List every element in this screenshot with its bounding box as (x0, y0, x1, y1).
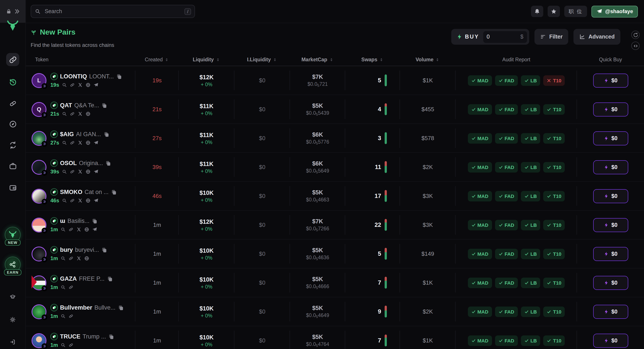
table-row[interactable]: $AIG AI GAN... 27s 27s $11K + 0% $0 $6K … (26, 124, 644, 153)
sort-icon[interactable] (379, 57, 384, 62)
search-icon[interactable] (61, 314, 66, 319)
copy-address-icon[interactable] (92, 218, 98, 224)
search-icon[interactable] (61, 256, 66, 261)
globe-icon[interactable] (86, 111, 91, 116)
globe-icon[interactable] (86, 82, 91, 88)
pill-icon[interactable] (70, 111, 75, 116)
app-logo-bull-icon[interactable] (0, 19, 26, 32)
quick-buy-button[interactable]: $0 (593, 276, 628, 290)
buy-amount-input[interactable]: 0 $ (483, 31, 527, 43)
column-header-liquidity[interactable]: Liquidity (179, 57, 234, 62)
pill-icon[interactable] (68, 285, 74, 290)
quick-buy-button[interactable]: $0 (593, 189, 628, 203)
globe-icon[interactable] (86, 140, 91, 145)
token-symbol[interactable]: $AIG (60, 131, 74, 137)
quick-buy-button[interactable]: $0 (593, 218, 628, 232)
pill-icon[interactable] (68, 343, 74, 348)
sidebar-item-pump[interactable] (0, 97, 26, 110)
copy-address-icon[interactable] (111, 189, 117, 195)
sort-icon[interactable] (164, 57, 169, 62)
buy-button[interactable]: BUY (457, 34, 479, 40)
sidebar-item-swap[interactable] (0, 138, 26, 151)
sidebar-item-earn[interactable]: EARN (0, 257, 26, 276)
pill-icon[interactable] (70, 82, 75, 88)
globe-icon[interactable] (84, 256, 90, 261)
telegram-account-button[interactable]: @shaofaye (592, 5, 638, 17)
pill-icon[interactable] (68, 256, 74, 261)
pill-icon[interactable] (68, 227, 74, 232)
sidebar-item-history[interactable] (0, 75, 26, 88)
column-header-created[interactable]: Created (135, 57, 179, 62)
api-code-button[interactable] (631, 42, 640, 50)
token-symbol[interactable]: SMOKO (60, 189, 82, 195)
advanced-button[interactable]: Advanced (574, 29, 620, 45)
quick-buy-button[interactable]: $0 (593, 247, 628, 261)
pill-icon[interactable] (70, 169, 75, 174)
telegram-icon[interactable] (92, 227, 98, 232)
pill-icon[interactable] (70, 140, 75, 145)
x-twitter-icon[interactable] (78, 82, 83, 88)
token-symbol[interactable]: ɯ (60, 218, 65, 224)
quick-buy-button[interactable]: $0 (593, 102, 628, 116)
sidebar-item-wallet[interactable] (0, 181, 26, 194)
token-symbol[interactable]: TRUCE (60, 333, 80, 340)
table-row[interactable]: L LOONTIQ LOONT... 19s 19s $12K + 0% (26, 66, 644, 95)
filter-button[interactable]: Filter (534, 29, 568, 45)
pill-icon[interactable] (68, 314, 74, 319)
copy-address-icon[interactable] (108, 334, 114, 340)
copy-address-icon[interactable] (103, 131, 109, 137)
table-row[interactable]: Bullvember Bullve... 1m 1m $10K + 0% $0 … (26, 297, 644, 326)
search-box[interactable]: / (31, 5, 195, 18)
table-row[interactable]: OSOL Origina... 39s 39s $11K + 0% $0 $6K… (26, 153, 644, 182)
x-twitter-icon[interactable] (78, 169, 83, 174)
globe-icon[interactable] (86, 198, 91, 203)
search-icon[interactable] (61, 227, 66, 232)
sidebar-item-new[interactable]: NEW (0, 227, 26, 246)
column-header-i-liquidity[interactable]: I.Liquidity (234, 57, 290, 62)
search-icon[interactable] (62, 198, 67, 203)
sidebar-item-logout[interactable] (0, 336, 26, 349)
token-symbol[interactable]: LOONTIQ (60, 73, 87, 80)
refresh-button[interactable] (631, 31, 640, 39)
sort-icon[interactable] (216, 57, 220, 62)
x-twitter-icon[interactable] (78, 198, 83, 203)
quick-buy-button[interactable]: $0 (593, 73, 628, 87)
search-icon[interactable] (62, 140, 67, 145)
telegram-icon[interactable] (93, 198, 98, 203)
table-row[interactable]: ɯ Basilis... 1m 1m $12K + 0% $0 $7K $0.0… (26, 211, 644, 240)
table-row[interactable]: bury buryevi... 1m 1m $10K + 0% $0 $5K $… (26, 240, 644, 268)
globe-icon[interactable] (84, 227, 90, 232)
sort-icon[interactable] (272, 57, 277, 62)
jobs-button[interactable]: 职 位 (564, 6, 587, 17)
collapse-chevrons-icon[interactable] (14, 8, 20, 14)
pill-icon[interactable] (70, 198, 75, 203)
token-symbol[interactable]: Bullvember (60, 304, 92, 311)
copy-address-icon[interactable] (105, 160, 111, 166)
copy-address-icon[interactable] (116, 73, 122, 79)
sidebar-item-portfolio[interactable] (0, 159, 26, 173)
quick-buy-button[interactable]: $0 (593, 334, 628, 348)
search-icon[interactable] (62, 82, 67, 88)
column-header-swaps[interactable]: Swaps (345, 57, 400, 62)
copy-address-icon[interactable] (101, 247, 107, 253)
quick-buy-button[interactable]: $0 (593, 160, 628, 174)
sidebar-item-discover[interactable] (0, 117, 26, 130)
column-header-marketcap[interactable]: MarketCap (290, 57, 345, 62)
telegram-icon[interactable] (93, 169, 98, 174)
table-row[interactable]: GAZA FREE P... 1m 1m $10K + 0% $0 $5K $0… (26, 268, 644, 297)
x-twitter-icon[interactable] (76, 227, 82, 232)
search-icon[interactable] (61, 343, 66, 348)
globe-icon[interactable] (86, 169, 91, 174)
x-twitter-icon[interactable] (78, 111, 83, 116)
column-header-volume[interactable]: Volume (400, 57, 456, 62)
token-symbol[interactable]: QAT (60, 102, 72, 109)
search-icon[interactable] (62, 111, 67, 116)
search-icon[interactable] (62, 169, 67, 174)
copy-address-icon[interactable] (102, 102, 108, 108)
sort-icon[interactable] (435, 57, 440, 62)
token-symbol[interactable]: GAZA (60, 276, 77, 282)
favorites-button[interactable] (548, 6, 560, 17)
token-symbol[interactable]: OSOL (60, 160, 77, 166)
notifications-button[interactable] (531, 6, 543, 17)
x-twitter-icon[interactable] (78, 140, 83, 145)
